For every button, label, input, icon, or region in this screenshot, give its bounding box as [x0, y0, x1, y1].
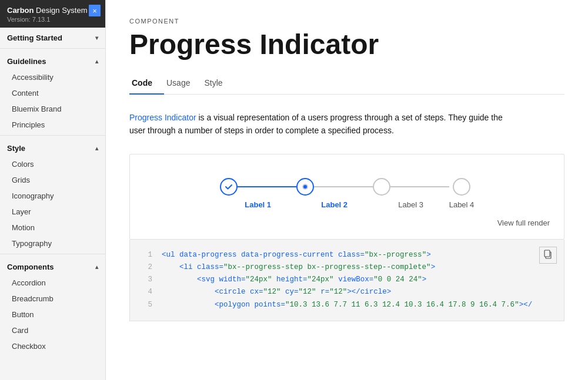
sidebar-item-accordion[interactable]: Accordion — [0, 275, 105, 291]
chevron-up-icon: ▴ — [95, 58, 98, 65]
brand-carbon: Carbon — [7, 6, 34, 15]
step-line-1-2 — [238, 186, 296, 187]
sidebar-item-motion[interactable]: Motion — [0, 220, 105, 236]
line-code-4: <circle cx="12" cy="12" r="12"></circle> — [162, 286, 391, 298]
sidebar-section-style[interactable]: Style ▴ — [0, 138, 105, 156]
progress-step-3: Label 3 — [373, 178, 449, 209]
sidebar-item-breadcrumb[interactable]: Breadcrumb — [0, 291, 105, 307]
code-block: 1 <ul data-progress data-progress-curren… — [129, 240, 564, 321]
sidebar-item-checkbox[interactable]: Checkbox — [0, 338, 105, 354]
step-label-3: Label 3 — [398, 200, 423, 209]
sidebar-item-content[interactable]: Content — [0, 85, 105, 101]
sidebar-item-card[interactable]: Card — [0, 322, 105, 338]
sidebar-item-layer[interactable]: Layer — [0, 204, 105, 220]
close-button[interactable]: × — [89, 5, 101, 16]
main-content: COMPONENT Progress Indicator Code Usage … — [106, 0, 588, 339]
description: Progress Indicator is a visual represent… — [129, 111, 517, 137]
progress-step-4: Label 4 — [449, 178, 475, 209]
progress-indicator-demo: Label 1 Label 2 — [142, 178, 552, 209]
code-line-5: 5 <polygon points="10.3 13.6 7.7 11 6.3 … — [142, 299, 552, 311]
code-line-4: 4 <circle cx="12" cy="12" r="12"></circl… — [142, 286, 552, 298]
tab-style[interactable]: Style — [202, 72, 234, 95]
step-line-3-4 — [390, 186, 449, 187]
components-label: Components — [7, 263, 54, 271]
line-code-2: <li class="bx--progress-step bx--progres… — [162, 261, 435, 274]
step-circle-3 — [373, 178, 390, 196]
line-num-2: 2 — [142, 261, 152, 274]
line-num-1: 1 — [142, 249, 152, 261]
chevron-down-icon: ▾ — [95, 35, 98, 41]
copy-button[interactable] — [539, 247, 557, 264]
step-circle-2 — [296, 178, 314, 196]
tabs: Code Usage Style — [129, 72, 564, 95]
step-line-2-3 — [314, 186, 373, 187]
brand-suffix: Design System — [34, 6, 88, 15]
line-num-3: 3 — [142, 274, 152, 286]
progress-step-2: Label 2 — [296, 178, 373, 209]
code-line-1: 1 <ul data-progress data-progress-curren… — [142, 249, 552, 261]
svg-rect-1 — [544, 250, 550, 257]
step-circle-4 — [453, 178, 470, 196]
style-label: Style — [7, 144, 25, 153]
chevron-up-icon-3: ▴ — [95, 264, 98, 270]
tab-usage[interactable]: Usage — [164, 72, 202, 95]
line-code-3: <svg width="24px" height="24px" viewBox=… — [162, 274, 426, 286]
version-label: Version: 7.13.1 — [7, 16, 98, 23]
step-label-2: Label 2 — [321, 200, 348, 209]
view-full-render-link[interactable]: View full render — [142, 214, 552, 230]
tab-code[interactable]: Code — [129, 72, 164, 95]
sidebar-nav: Getting Started ▾ Guidelines ▴ Accessibi… — [0, 28, 105, 366]
guidelines-label: Guidelines — [7, 57, 46, 66]
sidebar-section-guidelines[interactable]: Guidelines ▴ — [0, 51, 105, 69]
step-label-4: Label 4 — [449, 200, 475, 209]
demo-box: Label 1 Label 2 — [129, 154, 564, 240]
checkmark-icon — [225, 183, 233, 191]
sidebar-item-principles[interactable]: Principles — [0, 117, 105, 133]
sidebar-item-accessibility[interactable]: Accessibility — [0, 69, 105, 85]
sidebar-section-components[interactable]: Components ▴ — [0, 257, 105, 275]
sidebar-item-colors[interactable]: Colors — [0, 156, 105, 172]
nav-divider-3 — [0, 254, 105, 254]
sidebar-section-getting-started[interactable]: Getting Started ▾ — [0, 28, 105, 46]
copy-icon — [543, 250, 553, 259]
sidebar-item-grids[interactable]: Grids — [0, 172, 105, 188]
line-num-4: 4 — [142, 286, 152, 298]
code-line-3: 3 <svg width="24px" height="24px" viewBo… — [142, 274, 552, 286]
code-line-2: 2 <li class="bx--progress-step bx--progr… — [142, 261, 552, 274]
sidebar-item-iconography[interactable]: Iconography — [0, 188, 105, 204]
chevron-up-icon-2: ▴ — [95, 145, 98, 152]
description-highlight: Progress Indicator — [129, 113, 196, 122]
sidebar-header: × Carbon Design System Version: 7.13.1 — [0, 0, 105, 28]
nav-divider — [0, 48, 105, 49]
step-current-dot — [302, 184, 308, 190]
sidebar: × Carbon Design System Version: 7.13.1 G… — [0, 0, 106, 380]
component-label: COMPONENT — [129, 18, 564, 25]
sidebar-item-button[interactable]: Button — [0, 307, 105, 322]
progress-step-1: Label 1 — [220, 178, 296, 209]
line-num-5: 5 — [142, 299, 152, 311]
step-circle-1 — [220, 178, 238, 196]
brand-name: Carbon Design System — [7, 6, 98, 15]
line-code-1: <ul data-progress data-progress-current … — [162, 249, 431, 261]
step-label-1: Label 1 — [245, 200, 271, 209]
line-code-5: <polygon points="10.3 13.6 7.7 11 6.3 12… — [162, 299, 532, 311]
getting-started-label: Getting Started — [7, 33, 62, 42]
page-title: Progress Indicator — [129, 29, 564, 60]
sidebar-item-bluemix-brand[interactable]: Bluemix Brand — [0, 101, 105, 117]
sidebar-item-typography[interactable]: Typography — [0, 236, 105, 251]
main-content-area: COMPONENT Progress Indicator Code Usage … — [106, 0, 588, 380]
nav-divider-2 — [0, 135, 105, 136]
